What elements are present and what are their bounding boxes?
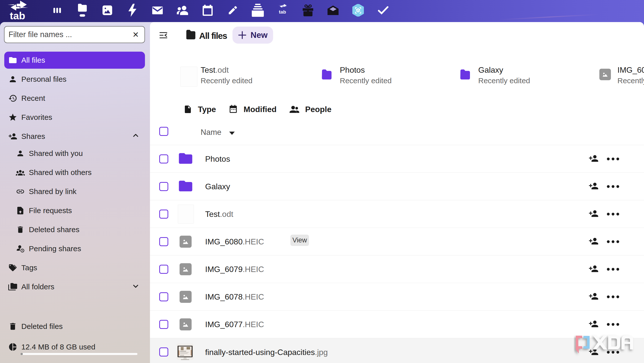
svg-text:tab: tab: [279, 9, 286, 14]
svg-text:tab: tab: [10, 10, 25, 22]
